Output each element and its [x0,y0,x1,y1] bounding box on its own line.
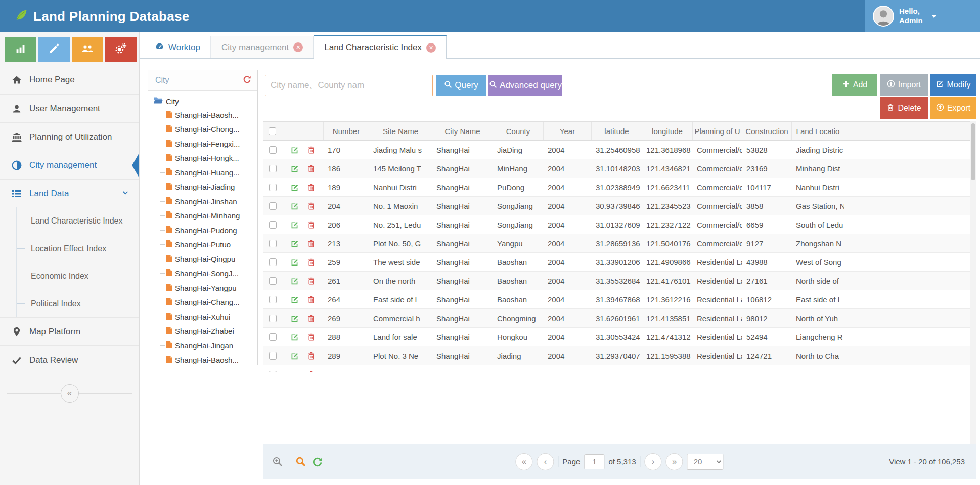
trash-icon[interactable] [307,295,316,304]
import-button[interactable]: Import [880,74,928,96]
row-checkbox[interactable] [269,221,277,229]
search-icon[interactable] [295,456,306,467]
tree-item-shanghai-putuo[interactable]: ShangHai-Putuo [160,238,254,252]
column-header-construction[interactable]: Construction [742,122,792,140]
tree-item-shanghai-jiading[interactable]: ShangHai-Jiading [160,180,254,195]
edit-icon[interactable] [290,239,299,248]
row-checkbox[interactable] [269,277,277,285]
page-number-input[interactable] [584,454,604,469]
edit-icon[interactable] [290,221,299,229]
edit-icon[interactable] [290,164,299,173]
edit-icon[interactable] [290,183,299,192]
trash-icon[interactable] [307,239,316,248]
sidebar-item-user-management[interactable]: User Management [0,94,139,122]
modify-button[interactable]: Modify [930,74,976,96]
tree-item-shanghai-hongk[interactable]: ShangHai-Hongk... [160,151,254,166]
trash-icon[interactable] [307,351,316,360]
row-checkbox[interactable] [269,165,277,172]
column-header-site-name[interactable]: Site Name [369,122,432,140]
edit-icon[interactable] [290,202,299,210]
sidebar-item-home-page[interactable]: Home Page [0,66,139,94]
add-button[interactable]: Add [832,74,877,96]
edit-icon[interactable] [290,277,299,285]
tab-worktop[interactable]: Worktop [145,36,211,58]
sidebar-item-map-platform[interactable]: Map Platform [0,317,139,345]
sidebar-subitem-land-characteristic-index[interactable]: Land Characteristic Index [17,207,139,235]
tree-item-shanghai-jinshan[interactable]: ShangHai-Jinshan [160,194,254,209]
sidebar-item-city-management[interactable]: City management [0,151,139,179]
table-row[interactable]: 289Plot No. 3 NeShangHaiJiading200431.29… [263,346,970,365]
delete-button[interactable]: Delete [880,97,928,119]
sidebar-collapse-button[interactable]: « [61,384,79,403]
query-button[interactable]: Query [436,75,486,96]
table-row[interactable]: 288Land for saleShangHaiHongkou200431.30… [263,328,970,346]
toolbar-chart-bars-icon[interactable] [5,37,36,62]
magnifier-plus-icon[interactable] [272,456,283,467]
table-row[interactable]: 206No. 251, LeduShangHaiSongJiang200431.… [263,215,970,234]
export-button[interactable]: Export [930,97,976,119]
sidebar-item-data-review[interactable]: Data Review [0,345,139,374]
select-all-checkbox[interactable] [269,127,276,135]
tree-item-shanghai-huang[interactable]: ShangHai-Huang... [160,165,254,180]
row-checkbox[interactable] [269,258,277,266]
vertical-scrollbar[interactable] [970,121,976,444]
tree-item-shanghai-xuhui[interactable]: ShangHai-Xuhui [160,310,254,324]
table-row[interactable]: 264East side of LShangHaiBaoshan200431.3… [263,290,970,309]
tree-item-shanghai-yangpu[interactable]: ShangHai-Yangpu [160,281,254,295]
table-row[interactable]: 261On the northShangHaiBaoshan200431.355… [263,272,970,290]
row-checkbox[interactable] [269,352,277,360]
tree-item-shanghai-baosh[interactable]: ShangHai-Baosh... [160,108,254,122]
trash-icon[interactable] [307,370,316,373]
trash-icon[interactable] [307,202,316,210]
row-checkbox[interactable] [269,202,277,210]
prev-page-button[interactable]: ‹ [537,453,554,470]
edit-icon[interactable] [290,295,299,304]
search-input[interactable] [265,75,433,96]
first-page-button[interactable]: « [515,453,532,470]
row-checkbox[interactable] [269,146,277,154]
tree-item-shanghai-baosh[interactable]: ShangHai-Baosh... [160,353,254,365]
table-row[interactable]: 213Plot No. 50, GShangHaiYangpu200431.28… [263,234,970,253]
toolbar-gears-icon[interactable] [105,37,137,62]
row-checkbox[interactable] [269,315,277,322]
edit-icon[interactable] [290,146,299,154]
edit-icon[interactable] [290,314,299,323]
sidebar-subitem-economic-index[interactable]: Economic Index [17,262,139,290]
trash-icon[interactable] [307,277,316,285]
column-header-county[interactable]: County [493,122,544,140]
column-header-latitude[interactable]: latitude [592,122,642,140]
refresh-icon[interactable] [243,75,251,85]
column-header-year[interactable]: Year [544,122,592,140]
tab-close-icon[interactable]: ✕ [426,43,436,53]
row-checkbox[interactable] [269,371,277,373]
sidebar-subitem-location-effect-index[interactable]: Location Effect Index [17,235,139,262]
sidebar-item-planning-of-utilization[interactable]: Planning of Utilization [0,122,139,151]
table-row[interactable]: 291Jialing VillagShangHaiJiading200431.2… [263,365,970,372]
last-page-button[interactable]: » [666,453,683,470]
reload-icon[interactable] [312,456,323,467]
trash-icon[interactable] [307,333,316,341]
table-row[interactable]: 259The west sideShangHaiBaoshan200431.33… [263,253,970,272]
edit-icon[interactable] [290,333,299,341]
column-header-number[interactable]: Number [324,122,369,140]
page-size-select[interactable]: 20 [687,454,724,470]
tree-item-shanghai-songj[interactable]: ShangHai-SongJ... [160,267,254,281]
table-row[interactable]: 186145 Meilong TShangHaiMinHang200431.10… [263,159,970,178]
column-header-city-name[interactable]: City Name [432,122,493,140]
row-checkbox[interactable] [269,296,277,303]
tab-land-characteristic-index[interactable]: Land Characteristic Index✕ [314,35,447,59]
edit-icon[interactable] [290,370,299,373]
row-checkbox[interactable] [269,184,277,191]
advanced-query-button[interactable]: Advanced query [488,75,562,96]
tab-city-management[interactable]: City management✕ [211,36,314,58]
tree-item-shanghai-chong[interactable]: ShangHai-Chong... [160,122,254,137]
tab-close-icon[interactable]: ✕ [293,42,303,52]
tree-item-shanghai-qingpu[interactable]: ShangHai-Qingpu [160,252,254,267]
table-row[interactable]: 269Commercial hShangHaiChongming200431.6… [263,309,970,328]
tree-item-shanghai-minhang[interactable]: ShangHai-Minhang [160,209,254,224]
table-row[interactable]: 189Nanhui DistriShangHaiPuDong200431.023… [263,178,970,197]
row-checkbox[interactable] [269,240,277,247]
table-row[interactable]: 204No. 1 MaoxinShangHaiSongJiang200430.9… [263,197,970,215]
trash-icon[interactable] [307,314,316,323]
tree-item-shanghai-zhabei[interactable]: ShangHai-Zhabei [160,324,254,339]
